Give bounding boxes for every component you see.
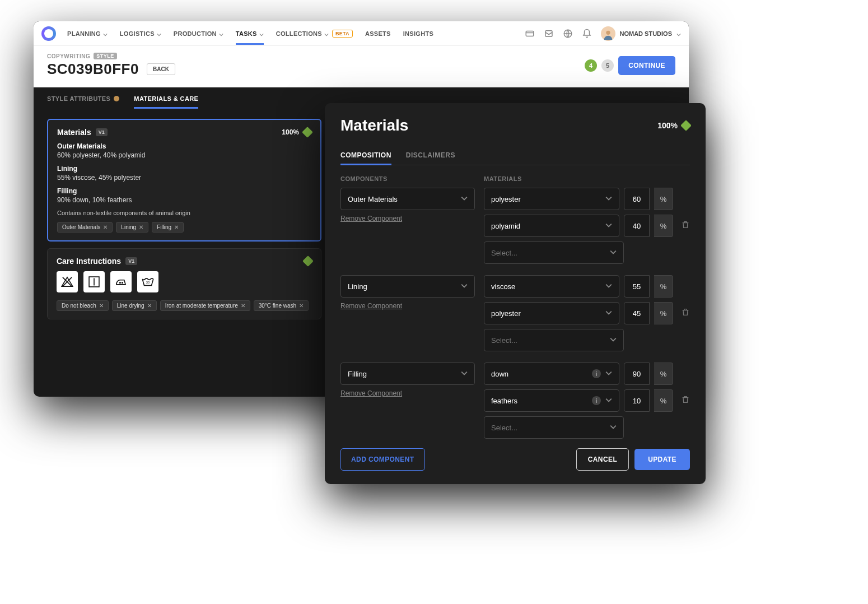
nav-planning[interactable]: PLANNING <box>67 22 108 45</box>
care-icon-no-bleach <box>57 271 78 292</box>
percent-input[interactable] <box>624 188 650 210</box>
material-section-body: 55% viscose, 45% polyester <box>57 174 311 182</box>
material-select[interactable]: polyester <box>484 302 619 324</box>
style-badge: STYLE <box>94 53 117 59</box>
chip[interactable]: Filling✕ <box>152 222 184 233</box>
nav-collections[interactable]: COLLECTIONSBETA <box>276 22 353 45</box>
chevron-down-icon <box>676 31 681 36</box>
remove-component-link[interactable]: Remove Component <box>340 302 402 310</box>
material-row: polyester% <box>484 302 690 324</box>
nav-logistics[interactable]: LOGISTICS <box>120 22 161 45</box>
globe-icon[interactable] <box>563 29 573 39</box>
remove-chip-icon[interactable]: ✕ <box>299 303 304 309</box>
material-section-title: Filling <box>57 187 311 195</box>
material-select-empty[interactable]: Select... <box>484 416 624 439</box>
nav-insights[interactable]: INSIGHTS <box>403 22 433 45</box>
materials-panel: Materials 100% COMPOSITION DISCLAIMERS C… <box>325 103 706 484</box>
remove-component-link[interactable]: Remove Component <box>340 215 402 222</box>
card-icon[interactable] <box>525 29 535 39</box>
chevron-down-icon <box>219 31 223 36</box>
update-button[interactable]: UPDATE <box>634 449 690 470</box>
chip[interactable]: 30°C fine wash✕ <box>254 300 309 311</box>
svg-point-6 <box>122 282 123 284</box>
chip[interactable]: Lining✕ <box>116 222 148 233</box>
chevron-down-icon <box>610 424 617 432</box>
nav-production[interactable]: PRODUCTION <box>174 22 223 45</box>
page-title: SC039B0FF0 <box>47 61 139 78</box>
svg-text:30: 30 <box>146 281 150 284</box>
material-section-title: Outer Materials <box>57 142 311 150</box>
component-select[interactable]: Outer Materials <box>340 188 475 210</box>
svg-rect-1 <box>545 30 552 36</box>
chip[interactable]: Iron at moderate temperature✕ <box>160 300 250 311</box>
material-select[interactable]: feathersi <box>484 389 619 412</box>
remove-chip-icon[interactable]: ✕ <box>139 224 143 230</box>
materials-card[interactable]: Materials V1 100% Outer Materials60% pol… <box>47 119 321 241</box>
component-select[interactable]: Filling <box>340 363 475 385</box>
remove-chip-icon[interactable]: ✕ <box>103 224 108 230</box>
nav-tasks[interactable]: TASKS <box>236 22 264 45</box>
percent-input[interactable] <box>624 215 650 237</box>
tab-style-attributes[interactable]: STYLE ATTRIBUTES <box>47 95 119 109</box>
remove-component-link[interactable]: Remove Component <box>340 389 402 397</box>
back-button[interactable]: BACK <box>147 63 175 75</box>
cancel-button[interactable]: CANCEL <box>576 448 629 471</box>
tab-materials-care[interactable]: MATERIALS & CARE <box>134 95 198 109</box>
chevron-down-icon <box>610 336 617 345</box>
remove-chip-icon[interactable]: ✕ <box>174 224 179 230</box>
remove-chip-icon[interactable]: ✕ <box>99 303 104 309</box>
percent-symbol: % <box>654 302 673 324</box>
percent-input[interactable] <box>624 363 650 385</box>
percent-input[interactable] <box>624 302 650 324</box>
chip-list: Do not bleach✕Line drying✕Iron at modera… <box>57 300 312 311</box>
add-component-button[interactable]: ADD COMPONENT <box>340 448 425 471</box>
delete-icon[interactable] <box>681 220 690 231</box>
percent-input[interactable] <box>624 389 650 412</box>
bell-icon[interactable] <box>582 29 592 39</box>
chip[interactable]: Do not bleach✕ <box>57 300 109 311</box>
chevron-down-icon <box>259 31 264 36</box>
material-select-empty[interactable]: Select... <box>484 241 624 264</box>
material-select[interactable]: polyamid <box>484 215 619 237</box>
material-row: feathersi% <box>484 389 690 412</box>
chevron-down-icon <box>157 31 161 36</box>
titlebar: COPYWRITING STYLE SC039B0FF0 BACK 4 5 CO… <box>34 46 689 87</box>
material-select-empty[interactable]: Select... <box>484 329 624 351</box>
component-block: Outer MaterialsRemove Componentpolyester… <box>340 188 690 264</box>
tab-disclaimers[interactable]: DISCLAIMERS <box>406 146 455 165</box>
topbar-right: NOMAD STUDIOS <box>525 26 682 41</box>
inbox-icon[interactable] <box>544 29 554 39</box>
complete-icon <box>302 127 313 138</box>
percent-symbol: % <box>654 363 673 385</box>
delete-icon[interactable] <box>681 308 690 319</box>
chevron-down-icon <box>605 282 612 291</box>
tab-composition[interactable]: COMPOSITION <box>340 146 391 165</box>
info-icon[interactable]: i <box>592 396 601 405</box>
component-block: LiningRemove Componentviscose%polyester%… <box>340 275 690 351</box>
nav-assets[interactable]: ASSETS <box>365 22 391 45</box>
remove-chip-icon[interactable]: ✕ <box>241 303 245 309</box>
chip[interactable]: Outer Materials✕ <box>57 222 113 233</box>
remove-chip-icon[interactable]: ✕ <box>147 303 152 309</box>
info-icon[interactable]: i <box>592 369 601 378</box>
material-select[interactable]: downi <box>484 363 619 385</box>
continue-button[interactable]: CONTINUE <box>618 56 675 75</box>
delete-icon[interactable] <box>681 395 690 406</box>
svg-rect-0 <box>526 31 534 36</box>
percent-label: 100% <box>282 128 299 136</box>
chevron-down-icon <box>324 31 329 36</box>
material-select[interactable]: viscose <box>484 275 619 298</box>
care-card[interactable]: Care Instructions V1 30 Do not bleach✕Li… <box>47 248 321 319</box>
material-select[interactable]: polyester <box>484 188 619 210</box>
svg-point-3 <box>606 30 610 34</box>
main-nav: PLANNING LOGISTICS PRODUCTION TASKS COLL… <box>67 22 433 45</box>
svg-point-5 <box>120 282 121 284</box>
component-select[interactable]: Lining <box>340 275 475 298</box>
material-row: downi% <box>484 363 690 385</box>
percent-input[interactable] <box>624 275 650 298</box>
chip[interactable]: Line drying✕ <box>112 300 157 311</box>
logo-icon <box>41 26 56 41</box>
disclaimer-text: Contains non-textile components of anima… <box>57 210 311 216</box>
profile-menu[interactable]: NOMAD STUDIOS <box>601 26 682 41</box>
card-title: Materials <box>57 128 91 137</box>
